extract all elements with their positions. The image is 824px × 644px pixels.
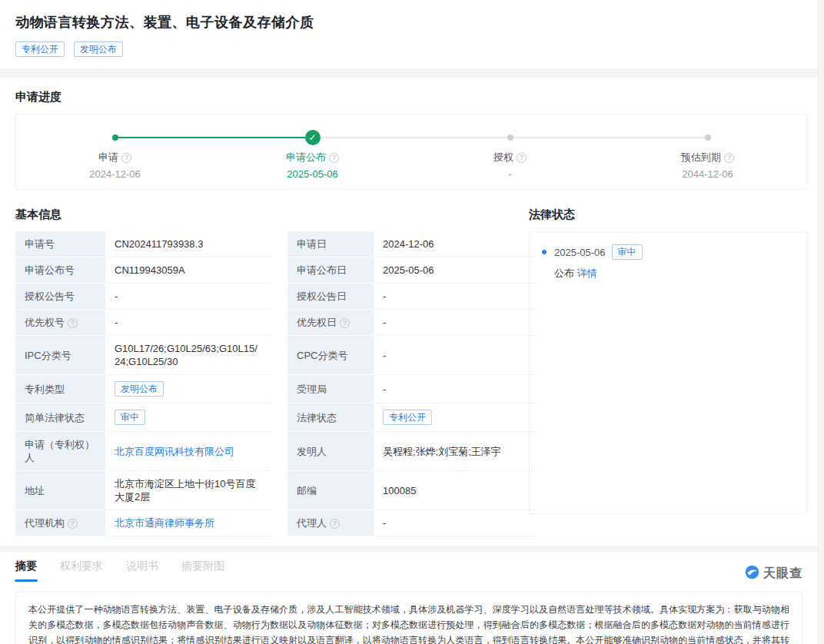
tianyancha-logo-text: 天眼查 — [763, 566, 802, 582]
patent-type-tag: 发明公布 — [74, 41, 123, 57]
timeline-step-publication: 申请公布? 2025-05-06 — [214, 151, 411, 180]
field-label: 发明人 — [287, 432, 374, 471]
field-value: - — [374, 375, 537, 403]
field-label: 申请公布日 — [287, 257, 374, 284]
field-value: CN119943059A — [105, 257, 269, 284]
legal-status-date: 2025-05-06 — [554, 247, 606, 258]
help-icon[interactable]: ? — [340, 318, 350, 328]
legal-status-detail-link[interactable]: 详情 — [577, 267, 597, 279]
table-row: 专利类型 发明公布 受理局 - — [15, 375, 537, 403]
tianyancha-brand: 天眼查 — [745, 565, 802, 582]
table-row: 授权公告号 - 授权公告日 - — [15, 284, 537, 310]
table-row: 优先权号? - 优先权日? - — [15, 310, 537, 336]
help-icon[interactable]: ? — [329, 153, 339, 163]
abstract-panel: 本公开提供了一种动物语言转换方法、装置、电子设备及存储介质，涉及人工智能技术领域… — [15, 592, 802, 644]
timeline-dot-apply — [112, 134, 118, 141]
application-progress-timeline: ✓ 申请? 2024-12-06 申请公布? 2025-05-06 授权? - — [15, 114, 807, 190]
basic-info-table: 申请号 CN202411793938.3 申请日 2024-12-06 申请公布… — [15, 231, 537, 536]
field-value: G10L17/26;G10L25/63;G10L15/24;G10L25/30 — [105, 336, 269, 375]
step-date: 2044-12-06 — [609, 168, 806, 180]
field-label: 申请号 — [15, 231, 105, 257]
help-icon[interactable]: ? — [121, 153, 131, 163]
tab-claims[interactable]: 权利要求 — [60, 559, 103, 582]
document-tabs: 摘要 权利要求 说明书 摘要附图 天眼查 — [15, 559, 802, 582]
legal-status-panel: 2025-05-06 审中 公布 详情 — [529, 231, 807, 514]
progress-section-title: 申请进度 — [15, 90, 807, 105]
basic-info-section: 基本信息 申请号 CN202411793938.3 申请日 2024-12-06… — [15, 190, 523, 536]
step-date: 2025-05-06 — [214, 168, 411, 180]
patent-main-card: 申请进度 ✓ 申请? 2024-12-06 申请公布? 2025-05-06 — [0, 78, 818, 546]
table-row: 申请号 CN202411793938.3 申请日 2024-12-06 — [15, 231, 537, 257]
timeline-line-completed — [115, 137, 313, 138]
step-label: 申请 — [98, 151, 118, 163]
field-label: 授权公告号 — [15, 284, 105, 310]
simple-legal-status-tag: 审中 — [115, 410, 145, 425]
timeline-dot-expiry — [705, 134, 711, 141]
timeline-check-icon: ✓ — [305, 130, 321, 145]
timeline-step-grant: 授权? - — [411, 151, 609, 180]
help-icon[interactable]: ? — [330, 519, 340, 529]
help-icon[interactable]: ? — [724, 153, 734, 163]
field-value: 2024-12-06 — [374, 231, 537, 257]
field-value: - — [105, 310, 269, 336]
tab-description[interactable]: 说明书 — [126, 559, 158, 582]
help-icon[interactable]: ? — [68, 519, 78, 529]
patent-header-card: 动物语言转换方法、装置、电子设备及存储介质 专利公开 发明公布 — [0, 0, 818, 68]
legal-status-tag: 专利公开 — [383, 410, 432, 425]
legal-status-title: 法律状态 — [529, 207, 807, 222]
step-label: 申请公布 — [286, 151, 326, 163]
tianyancha-logo-icon — [745, 565, 759, 582]
timeline-step-apply: 申请? 2024-12-06 — [16, 151, 214, 180]
section-divider — [0, 546, 818, 552]
field-label: 申请日 — [287, 231, 374, 257]
patent-status-tag: 专利公开 — [15, 41, 65, 57]
field-label: 受理局 — [287, 375, 374, 403]
field-label: 申请公布号 — [15, 257, 105, 284]
bullet-icon — [542, 250, 547, 254]
help-icon[interactable]: ? — [517, 153, 527, 163]
table-row: 代理机构? 北京市通商律师事务所 代理人? - — [15, 510, 537, 536]
info-columns: 基本信息 申请号 CN202411793938.3 申请日 2024-12-06… — [15, 190, 807, 536]
agency-link[interactable]: 北京市通商律师事务所 — [115, 517, 214, 529]
table-row: 简单法律状态 审中 法律状态 专利公开 — [15, 403, 537, 432]
field-label: 代理人 — [297, 517, 327, 529]
tab-abstract[interactable]: 摘要 — [15, 559, 37, 582]
field-value: - — [374, 336, 537, 375]
scrollbar[interactable] — [818, 0, 824, 644]
address-value: 北京市海淀区上地十街10号百度大厦2层 — [105, 471, 269, 510]
field-label: 代理机构 — [25, 517, 65, 529]
legal-status-item-tag: 审中 — [612, 244, 643, 260]
step-label: 预估到期 — [681, 151, 721, 163]
field-label: IPC分类号 — [15, 336, 105, 375]
tab-abstract-figure[interactable]: 摘要附图 — [181, 559, 224, 582]
timeline-dot-grant — [507, 134, 513, 141]
field-label: CPC分类号 — [287, 336, 374, 375]
basic-info-title: 基本信息 — [15, 207, 523, 222]
field-value: 2025-05-06 — [374, 257, 537, 284]
timeline-labels: 申请? 2024-12-06 申请公布? 2025-05-06 授权? - 预估… — [16, 151, 806, 180]
applicant-link[interactable]: 北京百度网讯科技有限公司 — [115, 446, 234, 457]
field-label: 简单法律状态 — [15, 403, 105, 432]
patent-detail-page: 动物语言转换方法、装置、电子设备及存储介质 专利公开 发明公布 申请进度 ✓ 申… — [0, 0, 818, 644]
patent-document-card: 摘要 权利要求 说明书 摘要附图 天眼查 本公开提供了一种动物语言转换方法、装置… — [0, 552, 818, 644]
inventors-value: 吴程程;张烨;刘宝菊;王泽宇 — [374, 432, 537, 471]
field-value: - — [374, 310, 537, 336]
field-label: 地址 — [15, 471, 105, 510]
timeline-step-estimated-expiry: 预估到期? 2044-12-06 — [609, 151, 806, 180]
field-label: 优先权号 — [25, 317, 65, 328]
postcode-value: 100085 — [374, 471, 537, 510]
table-row: IPC分类号 G10L17/26;G10L25/63;G10L15/24;G10… — [15, 336, 537, 375]
help-icon[interactable]: ? — [68, 318, 78, 328]
legal-status-action: 公布 — [554, 267, 574, 279]
patent-title: 动物语言转换方法、装置、电子设备及存储介质 — [15, 13, 802, 32]
field-value: - — [105, 284, 269, 310]
step-date: - — [411, 168, 609, 180]
field-label: 优先权日 — [297, 317, 337, 328]
table-row: 申请公布号 CN119943059A 申请公布日 2025-05-06 — [15, 257, 537, 284]
legal-status-section: 法律状态 2025-05-06 审中 公布 详情 — [529, 190, 807, 514]
field-label: 法律状态 — [287, 403, 374, 432]
field-label: 申请（专利权）人 — [15, 432, 105, 471]
table-row: 地址 北京市海淀区上地十街10号百度大厦2层 邮编 100085 — [15, 471, 537, 510]
timeline-track: ✓ — [16, 130, 806, 145]
field-value: CN202411793938.3 — [105, 231, 269, 257]
